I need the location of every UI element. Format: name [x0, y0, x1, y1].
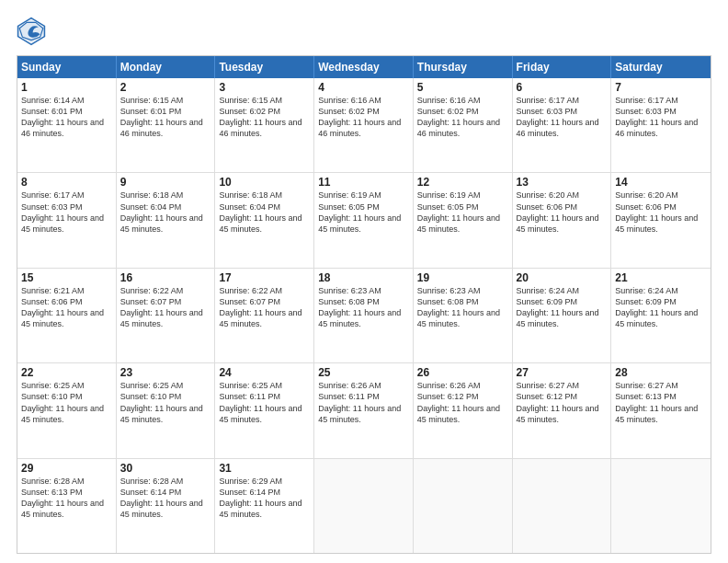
calendar-cell: 14Sunrise: 6:20 AMSunset: 6:06 PMDayligh… — [611, 173, 711, 267]
calendar-cell: 10Sunrise: 6:18 AMSunset: 6:04 PMDayligh… — [215, 173, 314, 267]
day-number: 1 — [21, 81, 112, 94]
day-number: 19 — [417, 271, 508, 284]
calendar-cell: 28Sunrise: 6:27 AMSunset: 6:13 PMDayligh… — [611, 363, 711, 457]
calendar-cell: 11Sunrise: 6:19 AMSunset: 6:05 PMDayligh… — [314, 173, 414, 267]
calendar-cell — [314, 459, 414, 553]
cell-text: Sunrise: 6:20 AMSunset: 6:06 PMDaylight:… — [517, 190, 599, 233]
cell-text: Sunrise: 6:27 AMSunset: 6:12 PMDaylight:… — [517, 381, 599, 423]
calendar-cell: 21Sunrise: 6:24 AMSunset: 6:09 PMDayligh… — [611, 269, 711, 362]
day-number: 18 — [318, 271, 409, 284]
calendar-cell — [414, 459, 513, 553]
cell-text: Sunrise: 6:14 AMSunset: 6:01 PMDaylight:… — [21, 96, 104, 138]
calendar-cell: 18Sunrise: 6:23 AMSunset: 6:08 PMDayligh… — [314, 269, 414, 362]
cell-text: Sunrise: 6:18 AMSunset: 6:04 PMDaylight:… — [120, 190, 203, 233]
calendar-cell: 5Sunrise: 6:16 AMSunset: 6:02 PMDaylight… — [414, 78, 513, 172]
day-number: 17 — [219, 271, 310, 284]
calendar-day-header: Friday — [513, 56, 612, 78]
day-number: 25 — [318, 366, 409, 379]
calendar-week: 15Sunrise: 6:21 AMSunset: 6:06 PMDayligh… — [17, 269, 711, 363]
calendar-cell: 22Sunrise: 6:25 AMSunset: 6:10 PMDayligh… — [17, 363, 117, 457]
cell-text: Sunrise: 6:23 AMSunset: 6:08 PMDaylight:… — [318, 286, 401, 328]
logo-icon — [17, 17, 46, 46]
calendar-cell: 30Sunrise: 6:28 AMSunset: 6:14 PMDayligh… — [117, 459, 216, 553]
cell-text: Sunrise: 6:20 AMSunset: 6:06 PMDaylight:… — [615, 190, 698, 233]
cell-text: Sunrise: 6:22 AMSunset: 6:07 PMDaylight:… — [120, 286, 203, 328]
header — [17, 17, 711, 46]
cell-text: Sunrise: 6:25 AMSunset: 6:11 PMDaylight:… — [219, 381, 301, 423]
day-number: 5 — [417, 81, 508, 94]
calendar-day-header: Thursday — [414, 56, 513, 78]
day-number: 20 — [517, 271, 608, 284]
calendar-cell: 23Sunrise: 6:25 AMSunset: 6:10 PMDayligh… — [117, 363, 216, 457]
calendar-cell: 25Sunrise: 6:26 AMSunset: 6:11 PMDayligh… — [314, 363, 414, 457]
calendar-header: SundayMondayTuesdayWednesdayThursdayFrid… — [17, 56, 711, 78]
cell-text: Sunrise: 6:29 AMSunset: 6:14 PMDaylight:… — [219, 477, 301, 519]
calendar-cell: 6Sunrise: 6:17 AMSunset: 6:03 PMDaylight… — [513, 78, 612, 172]
page: SundayMondayTuesdayWednesdayThursdayFrid… — [0, 0, 728, 563]
day-number: 9 — [120, 176, 211, 189]
calendar-cell: 24Sunrise: 6:25 AMSunset: 6:11 PMDayligh… — [215, 363, 314, 457]
calendar-cell: 3Sunrise: 6:15 AMSunset: 6:02 PMDaylight… — [215, 78, 314, 172]
calendar-cell: 19Sunrise: 6:23 AMSunset: 6:08 PMDayligh… — [414, 269, 513, 362]
calendar-cell: 15Sunrise: 6:21 AMSunset: 6:06 PMDayligh… — [17, 269, 117, 362]
calendar-day-header: Wednesday — [314, 56, 414, 78]
calendar-week: 8Sunrise: 6:17 AMSunset: 6:03 PMDaylight… — [17, 173, 711, 268]
cell-text: Sunrise: 6:18 AMSunset: 6:04 PMDaylight:… — [219, 190, 301, 233]
day-number: 6 — [517, 81, 608, 94]
calendar-cell: 13Sunrise: 6:20 AMSunset: 6:06 PMDayligh… — [513, 173, 612, 267]
day-number: 10 — [219, 176, 310, 189]
day-number: 29 — [21, 462, 112, 475]
cell-text: Sunrise: 6:16 AMSunset: 6:02 PMDaylight:… — [417, 96, 500, 138]
cell-text: Sunrise: 6:15 AMSunset: 6:01 PMDaylight:… — [120, 96, 203, 138]
calendar-body: 1Sunrise: 6:14 AMSunset: 6:01 PMDaylight… — [17, 78, 711, 553]
day-number: 26 — [417, 366, 508, 379]
calendar-cell: 16Sunrise: 6:22 AMSunset: 6:07 PMDayligh… — [117, 269, 216, 362]
calendar-cell: 12Sunrise: 6:19 AMSunset: 6:05 PMDayligh… — [414, 173, 513, 267]
cell-text: Sunrise: 6:22 AMSunset: 6:07 PMDaylight:… — [219, 286, 301, 328]
day-number: 4 — [318, 81, 409, 94]
calendar-cell: 7Sunrise: 6:17 AMSunset: 6:03 PMDaylight… — [611, 78, 711, 172]
day-number: 2 — [120, 81, 211, 94]
calendar-cell: 26Sunrise: 6:26 AMSunset: 6:12 PMDayligh… — [414, 363, 513, 457]
cell-text: Sunrise: 6:19 AMSunset: 6:05 PMDaylight:… — [417, 190, 500, 233]
calendar-day-header: Sunday — [17, 56, 117, 78]
logo — [17, 17, 50, 46]
calendar-cell: 29Sunrise: 6:28 AMSunset: 6:13 PMDayligh… — [17, 459, 117, 553]
day-number: 3 — [219, 81, 310, 94]
cell-text: Sunrise: 6:28 AMSunset: 6:13 PMDaylight:… — [21, 477, 104, 519]
day-number: 8 — [21, 176, 112, 189]
day-number: 12 — [417, 176, 508, 189]
cell-text: Sunrise: 6:26 AMSunset: 6:11 PMDaylight:… — [318, 381, 401, 423]
day-number: 11 — [318, 176, 409, 189]
calendar-cell — [513, 459, 612, 553]
day-number: 7 — [615, 81, 707, 94]
cell-text: Sunrise: 6:24 AMSunset: 6:09 PMDaylight:… — [615, 286, 698, 328]
calendar: SundayMondayTuesdayWednesdayThursdayFrid… — [17, 55, 711, 554]
calendar-week: 1Sunrise: 6:14 AMSunset: 6:01 PMDaylight… — [17, 78, 711, 173]
day-number: 22 — [21, 366, 112, 379]
cell-text: Sunrise: 6:17 AMSunset: 6:03 PMDaylight:… — [21, 190, 104, 233]
cell-text: Sunrise: 6:23 AMSunset: 6:08 PMDaylight:… — [417, 286, 500, 328]
day-number: 15 — [21, 271, 112, 284]
cell-text: Sunrise: 6:19 AMSunset: 6:05 PMDaylight:… — [318, 190, 401, 233]
calendar-cell — [611, 459, 711, 553]
calendar-cell: 4Sunrise: 6:16 AMSunset: 6:02 PMDaylight… — [314, 78, 414, 172]
cell-text: Sunrise: 6:28 AMSunset: 6:14 PMDaylight:… — [120, 477, 203, 519]
cell-text: Sunrise: 6:24 AMSunset: 6:09 PMDaylight:… — [517, 286, 599, 328]
day-number: 31 — [219, 462, 310, 475]
day-number: 27 — [517, 366, 608, 379]
day-number: 28 — [615, 366, 707, 379]
cell-text: Sunrise: 6:21 AMSunset: 6:06 PMDaylight:… — [21, 286, 104, 328]
day-number: 21 — [615, 271, 707, 284]
calendar-cell: 27Sunrise: 6:27 AMSunset: 6:12 PMDayligh… — [513, 363, 612, 457]
day-number: 30 — [120, 462, 211, 475]
calendar-cell: 9Sunrise: 6:18 AMSunset: 6:04 PMDaylight… — [117, 173, 216, 267]
calendar-cell: 2Sunrise: 6:15 AMSunset: 6:01 PMDaylight… — [117, 78, 216, 172]
day-number: 13 — [517, 176, 608, 189]
cell-text: Sunrise: 6:27 AMSunset: 6:13 PMDaylight:… — [615, 381, 698, 423]
day-number: 23 — [120, 366, 211, 379]
cell-text: Sunrise: 6:25 AMSunset: 6:10 PMDaylight:… — [120, 381, 203, 423]
cell-text: Sunrise: 6:25 AMSunset: 6:10 PMDaylight:… — [21, 381, 104, 423]
calendar-cell: 1Sunrise: 6:14 AMSunset: 6:01 PMDaylight… — [17, 78, 117, 172]
cell-text: Sunrise: 6:17 AMSunset: 6:03 PMDaylight:… — [615, 96, 698, 138]
